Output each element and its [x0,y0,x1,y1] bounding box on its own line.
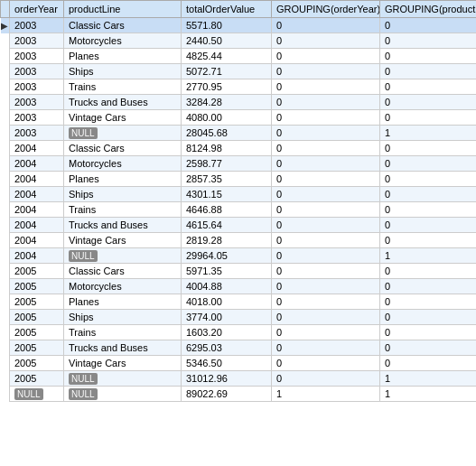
table-row: 2004Trucks and Buses4615.6400 [1,218,477,233]
row-indicator [1,279,10,294]
table-row: NULLNULL89022.6911 [1,387,477,402]
table-row: 2004Trains4646.8800 [1,202,477,218]
cell-productline: Trucks and Buses [64,218,182,233]
cell-orderyear: 2003 [10,64,64,79]
cell-orderyear: 2005 [10,356,64,371]
cell-productline: NULL [64,371,182,387]
cell-productline: Trucks and Buses [64,95,182,110]
table-row: 2005Trucks and Buses6295.0300 [1,340,477,356]
cell-groupingproduct: 1 [380,371,477,387]
cell-productline: Ships [64,187,182,202]
cell-groupingproduct: 0 [380,172,477,187]
cell-groupingyear: 0 [272,233,380,248]
row-indicator [1,264,10,279]
row-indicator [1,49,10,64]
cell-groupingproduct: 0 [380,279,477,294]
cell-productline: NULL [64,126,182,141]
cell-groupingproduct: 0 [380,233,477,248]
cell-groupingyear: 0 [272,110,380,126]
cell-orderyear: 2005 [10,310,64,325]
cell-productline: Trains [64,202,182,218]
cell-totalordervalue: 2598.77 [182,156,272,172]
row-indicator [1,248,10,264]
table-row: 2005Trains1603.2000 [1,325,477,340]
header-orderyear: orderYear [10,1,64,18]
cell-productline: Planes [64,294,182,310]
cell-productline: Motorcycles [64,33,182,49]
row-indicator [1,172,10,187]
cell-groupingproduct: 0 [380,325,477,340]
cell-productline: Motorcycles [64,156,182,172]
cell-orderyear: 2004 [10,218,64,233]
cell-totalordervalue: 6295.03 [182,340,272,356]
table-row: 2004Vintage Cars2819.2800 [1,233,477,248]
cell-productline: Ships [64,64,182,79]
row-indicator [1,110,10,126]
cell-productline: Vintage Cars [64,233,182,248]
cell-totalordervalue: 2770.95 [182,79,272,95]
table-row: ▶2003Classic Cars5571.8000 [1,18,477,33]
cell-groupingyear: 0 [272,356,380,371]
cell-productline: Planes [64,49,182,64]
row-indicator [1,233,10,248]
cell-groupingproduct: 0 [380,310,477,325]
cell-orderyear: 2005 [10,340,64,356]
header-groupingproduct: GROUPING(productLine) [380,1,477,18]
table-row: 2003Trucks and Buses3284.2800 [1,95,477,110]
row-indicator [1,325,10,340]
cell-groupingyear: 0 [272,248,380,264]
cell-groupingproduct: 0 [380,64,477,79]
cell-totalordervalue: 1603.20 [182,325,272,340]
cell-groupingyear: 0 [272,49,380,64]
table-row: 2003Ships5072.7100 [1,64,477,79]
cell-totalordervalue: 31012.96 [182,371,272,387]
row-indicator [1,218,10,233]
cell-totalordervalue: 4004.88 [182,279,272,294]
table-row: 2004Classic Cars8124.9800 [1,141,477,156]
table-row: 2004Planes2857.3500 [1,172,477,187]
cell-groupingyear: 0 [272,172,380,187]
cell-productline: Trucks and Buses [64,340,182,356]
cell-groupingproduct: 0 [380,218,477,233]
table-row: 2003Planes4825.4400 [1,49,477,64]
cell-orderyear: 2003 [10,33,64,49]
table-row: 2004Motorcycles2598.7700 [1,156,477,172]
table-row: 2005Motorcycles4004.8800 [1,279,477,294]
table-row: 2005Planes4018.0000 [1,294,477,310]
cell-productline: Trains [64,79,182,95]
cell-groupingproduct: 0 [380,18,477,33]
cell-groupingyear: 0 [272,218,380,233]
cell-orderyear: 2004 [10,233,64,248]
cell-productline: Vintage Cars [64,110,182,126]
cell-totalordervalue: 2819.28 [182,233,272,248]
row-indicator [1,187,10,202]
cell-groupingproduct: 0 [380,110,477,126]
row-indicator [1,202,10,218]
cell-productline: Classic Cars [64,264,182,279]
cell-totalordervalue: 5072.71 [182,64,272,79]
cell-totalordervalue: 4080.00 [182,110,272,126]
cell-orderyear: 2005 [10,371,64,387]
cell-orderyear: 2004 [10,156,64,172]
cell-totalordervalue: 4825.44 [182,49,272,64]
row-indicator: ▶ [1,18,10,33]
cell-productline: Trains [64,325,182,340]
cell-orderyear: 2004 [10,172,64,187]
row-indicator [1,126,10,141]
cell-totalordervalue: 29964.05 [182,248,272,264]
cell-orderyear: NULL [10,387,64,402]
cell-orderyear: 2004 [10,202,64,218]
row-indicator [1,294,10,310]
cell-orderyear: 2003 [10,49,64,64]
cell-groupingproduct: 0 [380,340,477,356]
cell-totalordervalue: 89022.69 [182,387,272,402]
cell-orderyear: 2004 [10,187,64,202]
cell-groupingproduct: 0 [380,79,477,95]
row-indicator [1,387,10,402]
cell-totalordervalue: 4018.00 [182,294,272,310]
cell-groupingproduct: 1 [380,248,477,264]
cell-totalordervalue: 4301.15 [182,187,272,202]
cell-productline: Planes [64,172,182,187]
row-indicator [1,156,10,172]
cell-totalordervalue: 3774.00 [182,310,272,325]
